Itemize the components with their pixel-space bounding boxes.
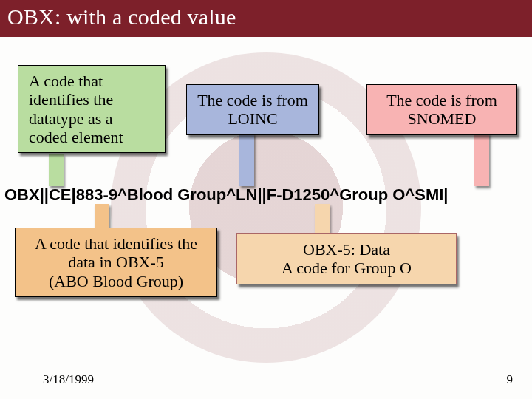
callout-datatype: A code that identifies the datatype as a… [18,65,166,153]
callout-tail [95,204,109,231]
callout-snomed: The code is from SNOMED [366,84,517,135]
footer-page: 9 [507,372,514,387]
callout-text: A code that identifies the datatype as a… [29,72,123,146]
slide-body: A code that identifies the datatype as a… [0,37,532,392]
callout-text: OBX-5: DataA code for Group O [282,240,412,277]
callout-text: The code is from LOINC [197,91,308,128]
callout-tail [315,204,330,236]
callout-text: A code that identifies the data in OBX-5… [35,234,197,290]
slide-title: OBX: with a coded value [0,0,532,37]
callout-tail [49,154,64,186]
callout-obx5-data: OBX-5: DataA code for Group O [236,233,457,284]
callout-loinc: The code is from LOINC [186,84,319,135]
callout-text: The code is from SNOMED [386,91,497,128]
slide-footer: 3/18/1999 9 [0,372,532,387]
footer-date: 3/18/1999 [43,372,94,387]
callout-tail [239,133,254,186]
hl7-code-line: OBX||CE|883-9^Blood Group^LN||F-D1250^Gr… [4,185,528,205]
callout-obx5-identifier: A code that identifies the data in OBX-5… [15,228,217,297]
callout-tail [474,133,489,186]
